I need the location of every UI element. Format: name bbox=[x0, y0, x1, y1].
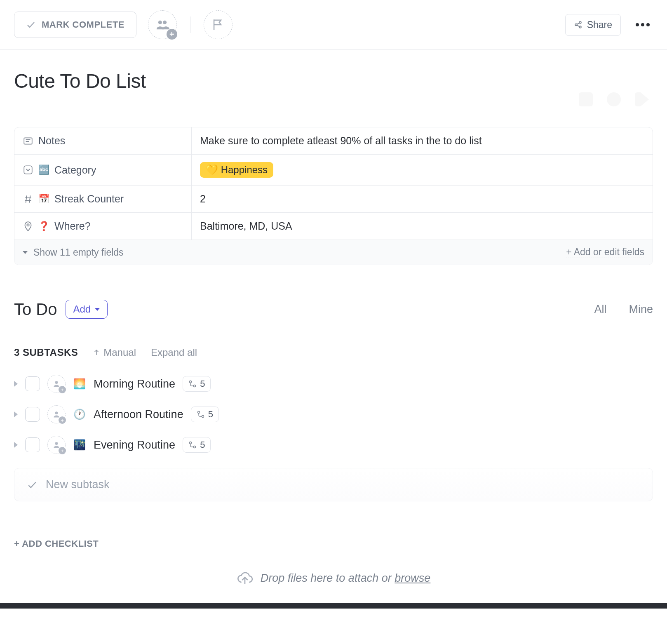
task-label[interactable]: Afternoon Routine bbox=[94, 408, 183, 421]
subtask-child-count[interactable]: 5 bbox=[183, 376, 211, 392]
field-label: ❓ Where? bbox=[14, 213, 192, 240]
svg-point-21 bbox=[197, 411, 200, 414]
field-emoji: 🔤 bbox=[38, 165, 49, 175]
check-icon bbox=[26, 20, 36, 30]
add-checklist-button[interactable]: + ADD CHECKLIST bbox=[14, 538, 653, 549]
flag-button[interactable] bbox=[204, 10, 233, 39]
field-row-streak[interactable]: 📅 Streak Counter 2 bbox=[14, 186, 653, 213]
expand-toggle[interactable] bbox=[14, 442, 18, 448]
new-subtask-input[interactable]: New subtask bbox=[14, 468, 653, 501]
task-label[interactable]: Evening Routine bbox=[94, 439, 175, 451]
svg-point-1 bbox=[163, 21, 167, 24]
field-value[interactable]: Make sure to complete atleast 90% of all… bbox=[192, 127, 653, 154]
svg-point-22 bbox=[202, 416, 204, 418]
svg-rect-7 bbox=[24, 138, 32, 144]
caret-down-icon[interactable] bbox=[23, 251, 28, 254]
svg-point-0 bbox=[158, 21, 162, 24]
field-row-category[interactable]: 🔤 Category 💛 Happiness bbox=[14, 155, 653, 186]
add-assignees-button[interactable]: + bbox=[148, 10, 177, 39]
subtask-row[interactable]: + 🕐 Afternoon Routine 5 bbox=[14, 405, 653, 423]
subtask-icon bbox=[197, 410, 205, 418]
expand-all-button[interactable]: Expand all bbox=[151, 347, 197, 358]
add-assignee-button[interactable]: + bbox=[47, 436, 66, 454]
field-emoji: 📅 bbox=[38, 194, 49, 204]
notes-icon bbox=[23, 136, 33, 146]
subtask-child-count[interactable]: 5 bbox=[191, 407, 219, 422]
add-assignee-button[interactable]: + bbox=[47, 375, 66, 393]
dropdown-icon bbox=[23, 165, 33, 175]
expand-toggle[interactable] bbox=[14, 411, 18, 417]
checkbox[interactable] bbox=[25, 407, 40, 422]
add-edit-fields-link[interactable]: + Add or edit fields bbox=[566, 247, 644, 258]
svg-point-15 bbox=[27, 224, 29, 226]
task-emoji: 🕐 bbox=[73, 408, 86, 421]
field-value[interactable]: Baltimore, MD, USA bbox=[192, 213, 653, 240]
svg-line-14 bbox=[29, 195, 30, 202]
new-subtask-placeholder: New subtask bbox=[46, 478, 110, 491]
plus-icon: + bbox=[59, 416, 66, 424]
field-label: Notes bbox=[14, 127, 192, 154]
svg-line-5 bbox=[577, 23, 579, 24]
field-value[interactable]: 2 bbox=[192, 186, 653, 212]
svg-point-17 bbox=[55, 381, 58, 384]
filter-all[interactable]: All bbox=[594, 303, 606, 316]
browse-link[interactable]: browse bbox=[395, 572, 430, 584]
fields-table: Notes Make sure to complete atleast 90% … bbox=[14, 127, 653, 265]
add-assignee-button[interactable]: + bbox=[47, 405, 66, 423]
subtask-icon bbox=[188, 441, 197, 449]
field-label: 📅 Streak Counter bbox=[14, 186, 192, 212]
hash-icon bbox=[23, 194, 33, 204]
field-row-notes[interactable]: Notes Make sure to complete atleast 90% … bbox=[14, 127, 653, 155]
pin-icon bbox=[23, 221, 33, 232]
filter-mine[interactable]: Mine bbox=[629, 303, 653, 316]
plus-icon: + bbox=[59, 447, 66, 454]
subtask-row[interactable]: + 🌃 Evening Routine 5 bbox=[14, 436, 653, 454]
flag-icon bbox=[211, 18, 225, 32]
share-button[interactable]: Share bbox=[565, 14, 621, 36]
subtask-icon bbox=[188, 380, 197, 388]
subtask-row[interactable]: + 🌅 Morning Routine 5 bbox=[14, 375, 653, 393]
field-row-where[interactable]: ❓ Where? Baltimore, MD, USA bbox=[14, 213, 653, 240]
subtask-count-label: 3 SUBTASKS bbox=[14, 347, 78, 358]
category-pill: 💛 Happiness bbox=[200, 162, 273, 178]
task-emoji: 🌃 bbox=[73, 438, 86, 451]
checkbox[interactable] bbox=[25, 376, 40, 391]
bottom-bar bbox=[0, 603, 667, 609]
field-value[interactable]: 💛 Happiness bbox=[192, 155, 653, 185]
task-emoji: 🌅 bbox=[73, 377, 86, 390]
expand-toggle[interactable] bbox=[14, 381, 18, 387]
subtask-list: + 🌅 Morning Routine 5 + 🕐 Afternoon Rout… bbox=[14, 375, 653, 454]
svg-point-18 bbox=[190, 381, 192, 383]
sort-button[interactable]: Manual bbox=[93, 347, 136, 358]
sort-label-text: Manual bbox=[103, 347, 136, 358]
more-menu-button[interactable] bbox=[632, 20, 653, 30]
check-icon bbox=[27, 479, 38, 490]
share-icon bbox=[574, 20, 583, 29]
svg-point-20 bbox=[55, 411, 58, 414]
checkbox[interactable] bbox=[25, 437, 40, 452]
task-label[interactable]: Morning Routine bbox=[94, 378, 175, 390]
field-label-text: Category bbox=[54, 164, 96, 176]
svg-line-13 bbox=[26, 195, 27, 202]
subtask-child-count[interactable]: 5 bbox=[183, 437, 211, 453]
people-icon bbox=[155, 18, 169, 32]
arrow-up-icon bbox=[93, 349, 100, 356]
field-label: 🔤 Category bbox=[14, 155, 192, 185]
attachment-dropzone[interactable]: Drop files here to attach or browse bbox=[14, 562, 653, 595]
field-label-text: Notes bbox=[38, 135, 65, 147]
mark-complete-label: MARK COMPLETE bbox=[42, 19, 124, 30]
field-label-text: Streak Counter bbox=[54, 193, 124, 205]
svg-point-19 bbox=[194, 385, 196, 387]
add-label: Add bbox=[73, 303, 91, 315]
mark-complete-button[interactable]: MARK COMPLETE bbox=[14, 12, 136, 38]
svg-point-23 bbox=[55, 442, 58, 445]
svg-line-6 bbox=[577, 25, 579, 27]
svg-point-25 bbox=[194, 446, 196, 448]
decorative-icons bbox=[14, 92, 653, 106]
svg-rect-10 bbox=[24, 166, 32, 174]
page-title[interactable]: Cute To Do List bbox=[14, 70, 653, 92]
add-task-button[interactable]: Add bbox=[66, 300, 108, 319]
divider bbox=[190, 16, 191, 33]
field-label-text: Where? bbox=[54, 220, 91, 232]
show-empty-fields[interactable]: Show 11 empty fields bbox=[33, 247, 124, 258]
